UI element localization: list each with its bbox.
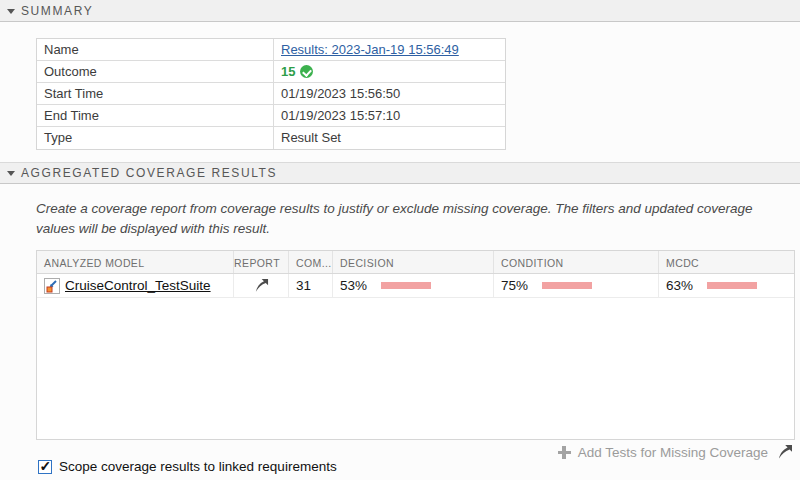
summary-value-start-time: 01/19/2023 15:56:50 [274, 83, 505, 104]
column-report: REPORT [234, 251, 289, 273]
open-report-arrow-icon[interactable] [254, 278, 269, 293]
condition-coverage-bar [542, 282, 592, 289]
summary-row-outcome: Outcome 15 [37, 61, 505, 83]
summary-label-start-time: Start Time [37, 83, 274, 104]
summary-table: Name Results: 2023-Jan-19 15:56:49 Outco… [36, 38, 506, 150]
condition-percent: 75% [501, 278, 534, 293]
summary-row-end-time: End Time 01/19/2023 15:57:10 [37, 105, 505, 127]
decision-percent: 53% [340, 278, 373, 293]
result-set-link[interactable]: Results: 2023-Jan-19 15:56:49 [281, 42, 459, 57]
decision-coverage-bar [381, 282, 431, 289]
mcdc-coverage-bar [707, 282, 757, 289]
coverage-section-title: AGGREGATED COVERAGE RESULTS [21, 166, 277, 180]
summary-label-end-time: End Time [37, 105, 274, 126]
coverage-table-empty-area [37, 298, 794, 439]
scope-coverage-label: Scope coverage results to linked require… [59, 459, 337, 474]
passed-check-icon [300, 65, 313, 78]
summary-row-name: Name Results: 2023-Jan-19 15:56:49 [37, 39, 505, 61]
passed-count: 15 [281, 64, 295, 79]
coverage-section-header[interactable]: AGGREGATED COVERAGE RESULTS [0, 162, 800, 184]
summary-label-name: Name [37, 39, 274, 60]
summary-value-end-time: 01/19/2023 15:57:10 [274, 105, 505, 126]
complexity-value: 31 [289, 274, 333, 297]
scope-row: Scope coverage results to linked require… [38, 459, 337, 474]
summary-row-type: Type Result Set [37, 127, 505, 149]
mcdc-percent: 63% [666, 278, 699, 293]
add-tests-for-missing-coverage-button[interactable]: Add Tests for Missing Coverage [558, 445, 768, 460]
add-tests-label: Add Tests for Missing Coverage [578, 445, 768, 460]
simulink-model-icon [44, 278, 60, 294]
coverage-description: Create a coverage report from coverage r… [36, 199, 788, 238]
column-condition: CONDITION [494, 251, 659, 273]
summary-label-type: Type [37, 127, 274, 149]
collapse-arrow-icon [7, 171, 15, 176]
column-analyzed-model: ANALYZED MODEL [37, 251, 234, 273]
coverage-table-header: ANALYZED MODEL REPORT COM... DECISION CO… [37, 251, 794, 274]
plus-icon [558, 446, 571, 459]
collapse-arrow-icon [7, 9, 15, 14]
summary-section-title: SUMMARY [21, 4, 93, 18]
summary-row-start-time: Start Time 01/19/2023 15:56:50 [37, 83, 505, 105]
column-complexity: COM... [289, 251, 333, 273]
coverage-table: ANALYZED MODEL REPORT COM... DECISION CO… [36, 250, 795, 440]
summary-value-type: Result Set [274, 127, 505, 149]
summary-label-outcome: Outcome [37, 61, 274, 82]
coverage-table-row: CruiseControl_TestSuite 31 53% 75% 63% [37, 274, 794, 298]
column-decision: DECISION [333, 251, 494, 273]
summary-section-header[interactable]: SUMMARY [0, 0, 800, 22]
analyzed-model-link[interactable]: CruiseControl_TestSuite [65, 278, 211, 293]
test-manager-results-panel: SUMMARY Name Results: 2023-Jan-19 15:56:… [0, 0, 800, 480]
scope-coverage-checkbox[interactable] [38, 460, 52, 474]
column-mcdc: MCDC [659, 251, 794, 273]
bent-arrow-icon[interactable] [777, 444, 793, 460]
